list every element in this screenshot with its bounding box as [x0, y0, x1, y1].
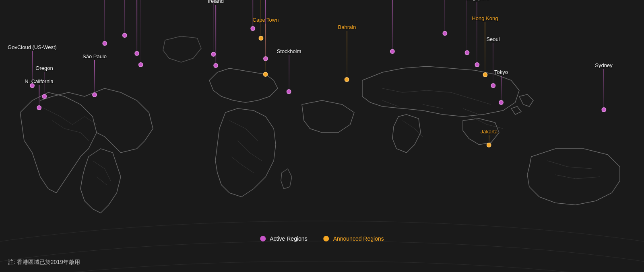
- pin-label-ireland: Ireland: [208, 0, 224, 4]
- pin-label-oregon: Oregon: [35, 65, 53, 71]
- pin-ireland: Ireland: [208, 0, 224, 68]
- pin-dot-sydney: [601, 107, 606, 112]
- legend-announced-dot: [324, 236, 329, 241]
- pin-line-cape-town: [265, 24, 266, 72]
- pin-line-stockholm: [289, 55, 289, 89]
- pin-line-mumbai: [392, 0, 393, 49]
- legend-active: Active Regions: [260, 235, 307, 242]
- pin-montreal: Montréal: [131, 0, 151, 67]
- pin-line-montreal: [140, 0, 141, 62]
- svg-rect-0: [0, 0, 644, 272]
- pin-line-ningxia: [444, 0, 445, 31]
- pin-line-bahrain: [347, 31, 347, 77]
- pin-label-jakarta: Jakarta: [481, 129, 498, 135]
- pin-line-jakarta: [489, 135, 489, 143]
- pin-line-sydney: [603, 69, 604, 107]
- pin-dot-jakarta: [487, 143, 491, 147]
- pin-label-hong-kong: Hong Kong: [472, 15, 498, 21]
- pin-bahrain: Bahrain: [338, 24, 356, 82]
- legend: Active Regions Announced Regions: [260, 235, 384, 242]
- footnote: 註: 香港區域已於2019年啟用: [8, 259, 80, 266]
- pin-dot-montreal: [138, 62, 143, 67]
- pin-dot-bahrain: [345, 77, 349, 82]
- pin-dot-ireland: [213, 63, 218, 68]
- pin-line-ireland: [215, 5, 216, 63]
- pin-stockholm: Stockholm: [277, 48, 301, 94]
- pin-label-n-california: N. California: [25, 78, 54, 84]
- pin-label-cape-town: Cape Town: [253, 17, 279, 23]
- pin-ohio: Ohio: [99, 0, 110, 46]
- map-container: GovCloud (US-West)OregonN. CaliforniaGov…: [0, 0, 644, 272]
- pin-label-bahrain: Bahrain: [338, 24, 356, 30]
- pin-dot-n-california: [37, 105, 41, 110]
- pin-n-california: N. California: [25, 78, 54, 110]
- pin-jakarta: Jakarta: [481, 129, 498, 147]
- pin-dot-ningxia: [442, 31, 447, 36]
- pin-sao-paulo: São Paulo: [83, 53, 107, 97]
- pin-line-ohio: [104, 0, 105, 41]
- pin-label-tokyo: Tokyo: [494, 69, 508, 75]
- pin-label-govcloud-west: GovCloud (US-West): [8, 44, 57, 50]
- pin-mumbai: Mumbai: [383, 0, 402, 54]
- pin-line-n-california: [39, 85, 39, 105]
- legend-active-label: Active Regions: [270, 235, 307, 242]
- pin-dot-tokyo: [499, 100, 504, 105]
- pin-line-sao-paulo: [94, 60, 95, 92]
- pin-dot-cape-town: [263, 72, 268, 77]
- pin-dot-ohio: [102, 41, 107, 46]
- pin-label-sao-paulo: São Paulo: [83, 53, 107, 59]
- legend-announced-label: Announced Regions: [333, 235, 384, 242]
- pin-dot-mumbai: [390, 49, 395, 54]
- pin-tokyo: Tokyo: [494, 69, 508, 105]
- pin-cape-town: Cape Town: [253, 17, 279, 77]
- pin-label-sydney: Sydney: [595, 62, 612, 68]
- legend-announced: Announced Regions: [324, 235, 384, 242]
- pin-ningxia: Ningxia: [436, 0, 453, 36]
- pin-line-tokyo: [501, 76, 502, 100]
- pin-label-seoul: Seoul: [486, 36, 500, 42]
- pin-label-singapore: Singapore: [465, 0, 489, 1]
- legend-active-dot: [260, 236, 266, 241]
- pin-dot-stockholm: [287, 89, 291, 94]
- pin-dot-sao-paulo: [92, 92, 97, 97]
- pin-line-seoul: [493, 43, 493, 83]
- pin-line-hong-kong: [485, 22, 485, 72]
- pin-sydney: Sydney: [595, 62, 612, 112]
- pin-label-stockholm: Stockholm: [277, 48, 301, 54]
